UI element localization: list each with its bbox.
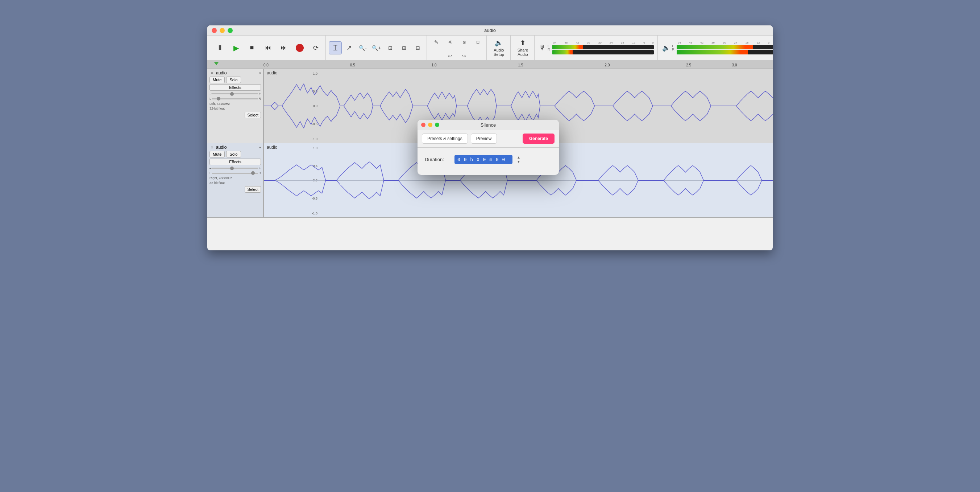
- input-vu-scale: -54-48-42-36-30-24-18-12-60: [552, 41, 654, 44]
- window-controls: [212, 28, 233, 33]
- audio-setup-label: Audio Setup: [494, 48, 504, 57]
- maximize-button[interactable]: [228, 28, 233, 33]
- input-vu-section: 🎙 L R -54-48-42-36-30-24-18-12-60: [535, 35, 658, 60]
- track2-close-button[interactable]: ×: [210, 145, 215, 150]
- dialog-toolbar: Presets & settings Preview Generate: [417, 130, 559, 148]
- track1-name: audio: [216, 70, 258, 75]
- output-vu-meter: -54-48-42-36-30-24-18-12-60: [677, 41, 773, 54]
- draw-tool-button[interactable]: ✎: [430, 35, 443, 49]
- presets-settings-button[interactable]: Presets & settings: [422, 134, 468, 144]
- dialog-title-bar: Silence: [417, 120, 559, 130]
- zoom-in-button[interactable]: 🔍-: [356, 42, 369, 54]
- track2-dropdown[interactable]: ▾: [259, 145, 261, 150]
- track1-controls: × audio ▾ Mute Solo Effects - +: [207, 69, 264, 143]
- app-window: audio ⏸ ▶ ■ ⏮ ⏭ ⟳ ⌶ ↗ 🔍- 🔍+ ⊡: [207, 26, 773, 250]
- share-audio-group: ⬆ Share Audio: [511, 35, 535, 60]
- input-lr-label: L R: [547, 45, 550, 51]
- track1-pan: L R: [210, 97, 261, 101]
- preview-button[interactable]: Preview: [471, 134, 497, 144]
- audio-setup-button[interactable]: 🔈 Audio Setup: [490, 38, 508, 58]
- timeline-ruler: 0.0 0.5 1.0 1.5 2.0 2.5 3.0: [207, 60, 773, 69]
- track1-volume: - +: [210, 92, 261, 96]
- track1-solo-button[interactable]: Solo: [226, 77, 241, 83]
- track2-solo-button[interactable]: Solo: [226, 151, 241, 158]
- track2-select-button[interactable]: Select: [245, 186, 261, 193]
- track2-volume-min: -: [210, 166, 210, 170]
- dialog-title-text: Silence: [480, 122, 496, 128]
- record-button[interactable]: [292, 40, 307, 56]
- track2-header: × audio ▾: [210, 145, 261, 150]
- zoom-out-button[interactable]: 🔍+: [370, 42, 383, 54]
- track2-info-line1: Right, 48000Hz: [210, 176, 261, 181]
- output-vu-right-bar: [677, 50, 773, 54]
- spinner-up-icon[interactable]: ▲: [517, 155, 520, 160]
- ruler-content: 0.0 0.5 1.0 1.5 2.0 2.5 3.0: [264, 60, 773, 69]
- dialog-maximize-button[interactable]: [435, 123, 439, 127]
- duration-spinner[interactable]: ▲ ▼: [517, 155, 520, 164]
- skip-forward-button[interactable]: ⏭: [276, 40, 291, 56]
- track1-dropdown[interactable]: ▾: [259, 71, 261, 75]
- playhead-triangle: [214, 62, 219, 65]
- input-vu-meter: -54-48-42-36-30-24-18-12-60: [552, 41, 654, 54]
- share-audio-button[interactable]: ⬆ Share Audio: [514, 38, 532, 58]
- track1-close-button[interactable]: ×: [210, 70, 215, 75]
- toolbar: ⏸ ▶ ■ ⏮ ⏭ ⟳ ⌶ ↗ 🔍- 🔍+ ⊡ ⊞ ⊟: [207, 35, 773, 60]
- track1-volume-max: +: [259, 92, 261, 96]
- smooth-tool-button[interactable]: ↗: [342, 42, 356, 54]
- minimize-button[interactable]: [220, 28, 225, 33]
- share-icon: ⬆: [520, 39, 525, 47]
- spinner-down-icon[interactable]: ▼: [517, 160, 520, 164]
- track1-effects-button[interactable]: Effects: [210, 84, 261, 91]
- duration-input[interactable]: [455, 155, 512, 164]
- select-tool-button[interactable]: ⌶: [329, 42, 342, 54]
- track2-info-line2: 32-bit float: [210, 181, 261, 185]
- zoom-reset-button[interactable]: ⊟: [411, 42, 425, 54]
- track2-volume-slider[interactable]: [211, 168, 258, 169]
- track1-mute-button[interactable]: Mute: [210, 77, 225, 83]
- multi-tool-button[interactable]: ✳: [444, 35, 457, 49]
- generate-button[interactable]: Generate: [523, 134, 555, 144]
- track1-volume-slider[interactable]: [211, 93, 258, 94]
- close-button[interactable]: [212, 28, 217, 33]
- loop-button[interactable]: ⟳: [308, 40, 323, 56]
- audio-setup-icon: 🔈: [495, 39, 503, 47]
- audio-setup-group: 🔈 Audio Setup: [487, 35, 511, 60]
- output-lr-label: L R: [672, 45, 675, 51]
- silence-button[interactable]: ⊡: [471, 35, 484, 49]
- output-vu-left-bar: [677, 45, 773, 50]
- share-audio-label: Share Audio: [517, 48, 528, 57]
- edit-tools-group: ⌶ ↗ 🔍- 🔍+ ⊡ ⊞ ⊟: [326, 35, 427, 60]
- title-bar: audio: [207, 26, 773, 35]
- track1-select-button[interactable]: Select: [245, 112, 261, 118]
- track2-name: audio: [216, 145, 258, 150]
- track2-pan-slider[interactable]: [212, 173, 258, 174]
- track2-info: Right, 48000Hz 32-bit float: [210, 176, 261, 185]
- output-vu-section: 🔈 L R -54-48-42-36-30-24-18-12-60: [659, 35, 773, 60]
- track1-info: Left, 44100Hz 32-bit float: [210, 102, 261, 111]
- skip-back-button[interactable]: ⏮: [260, 40, 275, 56]
- track2-effects-button[interactable]: Effects: [210, 158, 261, 165]
- input-vu-right-bar: [552, 50, 654, 54]
- dialog-minimize-button[interactable]: [428, 123, 433, 127]
- output-vu-scale: -54-48-42-36-30-24-18-12-60: [677, 41, 773, 44]
- dialog-body: Duration: ▲ ▼: [417, 148, 559, 175]
- microphone-icon: 🎙: [539, 44, 546, 51]
- window-title: audio: [484, 27, 496, 33]
- track1-info-line2: 32-bit float: [210, 106, 261, 111]
- record-dot: [296, 44, 304, 52]
- stop-button[interactable]: ■: [244, 40, 259, 56]
- track2-mute-button[interactable]: Mute: [210, 151, 225, 158]
- dialog-close-button[interactable]: [421, 123, 425, 127]
- dialog-window-controls: [421, 123, 439, 127]
- pause-button[interactable]: ⏸: [212, 40, 228, 56]
- fit-view-button[interactable]: ⊡: [384, 42, 397, 54]
- track1-volume-min: -: [210, 92, 210, 96]
- edit-tools-group2: ✎ ✳ ⊠ ⊡ ↩ ↪: [428, 35, 487, 60]
- duration-label: Duration:: [425, 157, 450, 162]
- track1-info-line1: Left, 44100Hz: [210, 102, 261, 106]
- track1-pan-slider[interactable]: [212, 98, 258, 99]
- trim-button[interactable]: ⊠: [457, 35, 471, 49]
- zoom-sel-button[interactable]: ⊞: [398, 42, 410, 54]
- play-button[interactable]: ▶: [228, 40, 243, 56]
- track2-pan: L R: [210, 171, 261, 175]
